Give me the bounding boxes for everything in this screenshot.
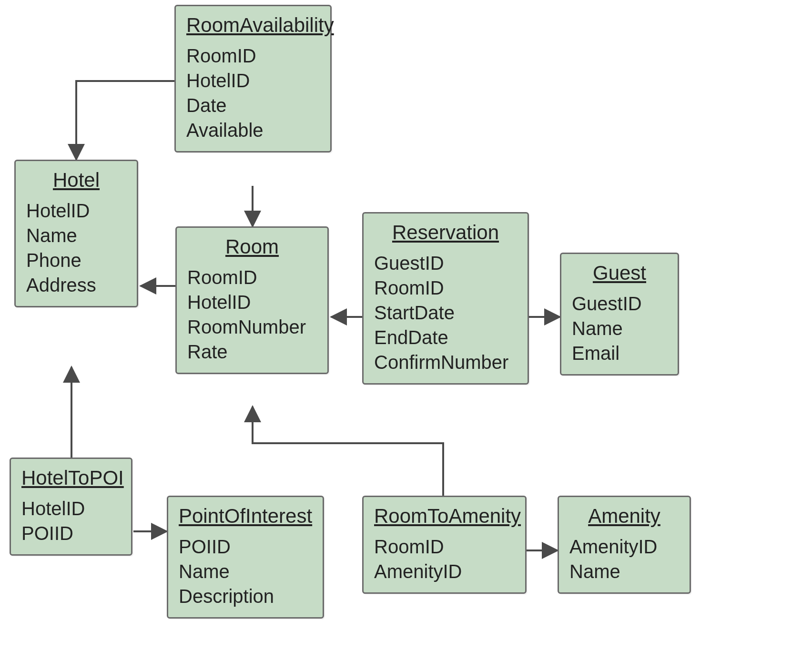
entity-hotel: Hotel HotelID Name Phone Address xyxy=(14,160,138,307)
entity-title: Reservation xyxy=(374,221,517,244)
entity-attr: Name xyxy=(26,223,126,248)
entity-title: Guest xyxy=(572,262,667,285)
entity-attr: Name xyxy=(179,559,312,584)
entity-room-to-amenity: RoomToAmenity RoomID AmenityID xyxy=(362,496,527,594)
entity-title: Room xyxy=(187,235,317,258)
entity-attr: Date xyxy=(186,93,320,118)
entity-hotel-to-poi: HotelToPOI HotelID POIID xyxy=(10,458,132,556)
entity-attr: Name xyxy=(569,559,679,584)
entity-attr: ConfirmNumber xyxy=(374,350,517,375)
entity-attr: Address xyxy=(26,273,126,297)
entity-title: Amenity xyxy=(569,505,679,528)
entity-attr: Description xyxy=(179,584,312,609)
entity-attr: RoomID xyxy=(374,534,515,559)
entity-amenity: Amenity AmenityID Name xyxy=(558,496,691,594)
entity-title: HotelToPOI xyxy=(21,467,121,489)
entity-attr: Available xyxy=(186,118,320,142)
entity-attr: Email xyxy=(572,341,667,366)
entity-title: Hotel xyxy=(26,169,126,192)
entity-attr: POIID xyxy=(179,534,312,559)
entity-guest: Guest GuestID Name Email xyxy=(560,253,679,376)
entity-attr: Name xyxy=(572,316,667,341)
entity-attr: StartDate xyxy=(374,300,517,325)
entity-title: RoomAvailability xyxy=(186,14,320,37)
entity-attr: GuestID xyxy=(374,251,517,275)
entity-attr: HotelID xyxy=(186,68,320,93)
entity-attr: RoomID xyxy=(186,43,320,68)
entity-title: RoomToAmenity xyxy=(374,505,515,528)
entity-attr: HotelID xyxy=(187,290,317,315)
entity-attr: Phone xyxy=(26,248,126,273)
entity-room: Room RoomID HotelID RoomNumber Rate xyxy=(175,226,329,374)
entity-title: PointOfInterest xyxy=(179,505,312,528)
entity-attr: EndDate xyxy=(374,325,517,350)
entity-attr: RoomNumber xyxy=(187,315,317,339)
entity-attr: AmenityID xyxy=(569,534,679,559)
entity-point-of-interest: PointOfInterest POIID Name Description xyxy=(167,496,324,619)
entity-reservation: Reservation GuestID RoomID StartDate End… xyxy=(362,212,529,385)
entity-attr: GuestID xyxy=(572,291,667,316)
entity-attr: RoomID xyxy=(374,275,517,300)
entity-attr: POIID xyxy=(21,521,121,546)
entity-attr: RoomID xyxy=(187,265,317,290)
entity-attr: HotelID xyxy=(21,496,121,521)
entity-attr: HotelID xyxy=(26,198,126,223)
entity-attr: AmenityID xyxy=(374,559,515,584)
entity-attr: Rate xyxy=(187,339,317,364)
entity-room-availability: RoomAvailability RoomID HotelID Date Ava… xyxy=(174,5,332,153)
